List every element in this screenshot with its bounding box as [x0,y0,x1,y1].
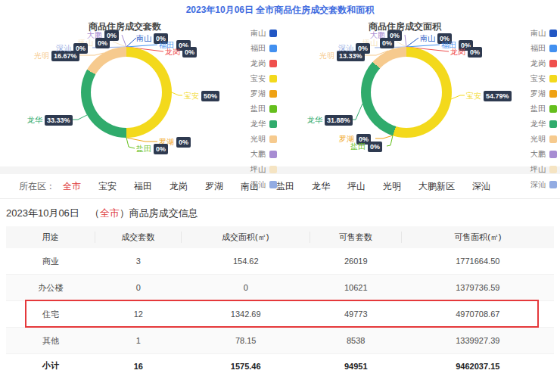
table-cell: 1339927.39 [402,336,554,345]
pie-label-盐田: 盐田0% [136,144,168,154]
legend-item-宝安[interactable]: 宝安 [250,73,277,84]
district-filter-龙岗[interactable]: 龙岗 [170,180,188,193]
legend-label: 龙华 [530,119,546,129]
table-cell: 1 [95,336,182,345]
legend-label: 盐田 [250,104,266,114]
legend-item-龙岗[interactable]: 龙岗 [250,58,277,69]
legend-swatch-icon [269,30,277,37]
charts-row: 商品住房成交套数 南山0%福田0%龙岗0%宝安50%罗湖0%盐田0%龙华33.3… [0,19,560,166]
chart-legend: 南山福田龙岗宝安罗湖盐田龙华光明大鹏坪山深汕 [250,28,277,190]
pie-label-value: 0% [154,144,168,154]
pie-label-name: 龙岗 [450,48,465,57]
district-filter-福田[interactable]: 福田 [134,180,152,193]
district-filter-bar: 所在区： 全市宝安福田龙岗罗湖南山盐田龙华坪山光明大鹏新区深汕 [0,174,560,199]
legend-label: 罗湖 [250,89,266,99]
legend-item-宝安[interactable]: 宝安 [530,73,557,84]
donut-ring [81,47,172,138]
pie-label-name: 深汕 [338,44,353,53]
table-body: 商业3154.62260191771664.50办公楼0010621137973… [6,248,554,354]
legend-item-盐田[interactable]: 盐田 [530,104,557,114]
pie-label-龙华: 龙华33.33% [27,115,73,126]
pie-label-value: 54.79% [484,91,512,101]
district-filter-全市[interactable]: 全市 [63,180,81,193]
district-filter-龙华[interactable]: 龙华 [312,180,330,193]
legend-swatch-icon [549,30,557,37]
pie-label-深汕: 深汕0% [338,43,370,54]
table-cell: 商业 [6,256,95,267]
footer-cell: 16 [95,362,182,371]
district-filter-深汕[interactable]: 深汕 [472,180,490,193]
table-cell: 12 [95,310,182,319]
pie-label-宝安: 宝安54.79% [466,91,512,101]
legend-label: 大鹏 [250,149,266,160]
legend-item-深汕[interactable]: 深汕 [530,179,557,190]
legend-swatch-icon [549,120,557,128]
legend-item-龙华[interactable]: 龙华 [530,119,557,129]
legend-swatch-icon [269,60,277,67]
legend-item-龙岗[interactable]: 龙岗 [530,58,557,69]
table-cell: 1379736.59 [402,283,554,292]
pie-label-name: 龙岗 [165,48,180,57]
pie-label-name: 宝安 [466,92,481,101]
legend-item-罗湖[interactable]: 罗湖 [530,89,557,99]
legend-item-盐田[interactable]: 盐田 [250,104,277,114]
pie-label-name: 光明 [319,51,334,61]
legend-swatch-icon [269,151,277,158]
pie-label-value: 50% [201,91,219,101]
filter-label: 所在区： [19,180,55,193]
legend-swatch-icon [269,90,277,98]
legend-item-南山[interactable]: 南山 [250,28,277,39]
pie-label-name: 深汕 [56,44,71,53]
pie-label-name: 盐田 [136,145,151,154]
table-header-row: 用途成交套数成交面积(㎡)可售套数可售面积(㎡) [6,226,554,248]
legend-swatch-icon [549,45,557,52]
pie-label-value: 0% [182,47,197,58]
legend-item-深汕[interactable]: 深汕 [250,179,277,190]
district-filter-盐田[interactable]: 盐田 [276,180,294,193]
legend-swatch-icon [549,60,557,67]
district-filter-罗湖[interactable]: 罗湖 [205,180,223,193]
legend-item-罗湖[interactable]: 罗湖 [250,89,277,99]
table-cell: 1771664.50 [402,257,554,266]
table-cell: 住宅 [6,309,95,320]
legend-item-龙华[interactable]: 龙华 [250,119,277,129]
pie-label-value: 31.88% [325,115,353,126]
legend-item-大鹏[interactable]: 大鹏 [530,149,557,160]
legend-label: 南山 [250,28,266,39]
legend-item-南山[interactable]: 南山 [530,28,557,39]
table-cell: 3 [95,257,182,266]
table-cell: 10621 [310,283,402,292]
district-filter-光明[interactable]: 光明 [383,180,401,193]
legend-item-大鹏[interactable]: 大鹏 [250,149,277,160]
paren-close: ） [120,207,129,219]
pie-label-name: 盐田 [350,142,366,151]
section-title: 2023年10月06日（全市）商品房成交信息 [0,199,560,226]
district-filter-大鹏新区[interactable]: 大鹏新区 [418,180,455,193]
paren-open: （ [90,207,100,219]
legend-item-坪山[interactable]: 坪山 [250,164,277,175]
legend-label: 罗湖 [530,89,546,99]
pie-label-盐田: 盐田0% [350,142,382,152]
district-filter-宝安[interactable]: 宝安 [98,180,117,193]
header-cell: 成交面积(㎡) [182,232,310,243]
legend-swatch-icon [549,135,557,143]
legend-item-光明[interactable]: 光明 [530,134,557,145]
legend-label: 宝安 [250,73,266,84]
legend-item-福田[interactable]: 福田 [250,43,277,54]
district-filter-坪山[interactable]: 坪山 [347,180,366,193]
legend-label: 龙岗 [530,58,546,69]
table-row-其他: 其他178.1585381339927.39 [6,328,554,354]
legend-item-光明[interactable]: 光明 [250,134,277,145]
pie-label-龙岗: 龙岗0% [165,47,197,58]
table-cell: 办公楼 [6,282,95,294]
table-cell: 0 [182,283,310,292]
table-row-商业: 商业3154.62260191771664.50 [6,248,554,275]
legend-item-福田[interactable]: 福田 [530,43,557,54]
table-cell: 26019 [310,257,402,266]
pie-label-深汕: 深汕0% [56,43,88,54]
legend-label: 深汕 [250,179,266,190]
section-scope: 全市 [100,207,120,219]
pie-label-name: 宝安 [184,92,199,101]
legend-item-坪山[interactable]: 坪山 [530,164,557,175]
legend-swatch-icon [269,181,277,188]
